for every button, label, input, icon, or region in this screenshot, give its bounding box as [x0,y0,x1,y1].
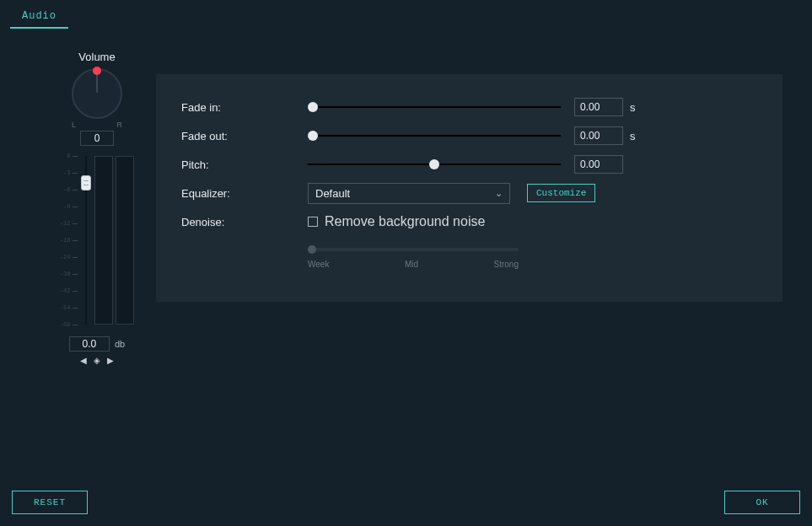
denoise-checkbox-label: Remove background noise [325,214,485,229]
fade-out-input[interactable]: 0.00 [574,126,623,145]
denoise-weak-label: Week [308,260,329,269]
chevron-down-icon: ⌄ [495,188,503,199]
pan-r-label: R [117,121,123,129]
reset-button[interactable]: RESET [12,491,88,514]
next-keyframe-icon[interactable]: ▶ [107,356,114,365]
pitch-input[interactable]: 0.00 [574,155,623,174]
pan-lr-labels: L R [72,121,122,129]
denoise-strength-slider[interactable]: Week Mid Strong [308,248,519,269]
volume-slider-thumb[interactable] [81,175,91,191]
pan-knob[interactable] [72,68,122,119]
fade-in-slider[interactable] [308,100,561,114]
pan-value-input[interactable]: 0 [80,131,114,146]
denoise-row: Denoise: Remove background noise [181,207,757,236]
fade-out-thumb[interactable] [308,131,318,141]
fade-out-label: Fade out: [181,130,308,142]
fade-in-input[interactable]: 0.00 [574,98,623,116]
denoise-checkbox[interactable] [308,217,318,227]
prev-keyframe-icon[interactable]: ◀ [80,356,87,365]
denoise-strong-label: Strong [494,260,519,269]
denoise-label: Denoise: [181,216,308,228]
equalizer-select[interactable]: Default ⌄ [308,183,510,204]
fade-in-unit: s [630,101,636,114]
pan-indicator-icon [93,67,101,75]
equalizer-label: Equalizer: [181,187,308,200]
volume-title: Volume [46,51,148,63]
volume-slider[interactable] [80,156,92,325]
volume-meter-area: 0-3-6-9-12-18-24-30-42-54-60 [58,156,136,333]
denoise-level-labels: Week Mid Strong [308,260,519,269]
equalizer-selected: Default [315,187,350,200]
keyframe-nav: ◀ ◈ ▶ [46,356,148,365]
denoise-track [308,248,519,251]
equalizer-row: Equalizer: Default ⌄ Customize [181,179,757,207]
level-meter-right [116,156,134,325]
db-readout-row: 0.0 db [46,336,148,352]
pan-l-label: L [72,121,76,129]
fade-in-row: Fade in: 0.00 s [181,93,757,121]
customize-button[interactable]: Customize [527,184,595,202]
tab-audio[interactable]: Audio [10,7,68,29]
fade-in-thumb[interactable] [308,102,318,112]
fade-out-unit: s [630,130,636,142]
fade-in-track [308,106,561,108]
pitch-thumb[interactable] [429,159,439,169]
pan-needle [97,72,98,93]
pitch-row: Pitch: 0.00 [181,150,757,179]
pitch-label: Pitch: [181,158,308,171]
fade-out-row: Fade out: 0.00 s [181,121,757,150]
denoise-checkbox-group[interactable]: Remove background noise [308,214,485,229]
settings-panel: Fade in: 0.00 s Fade out: 0.00 s Pitch: [156,74,782,302]
denoise-mid-label: Mid [405,260,418,269]
tab-bar: Audio [0,0,812,29]
fade-in-label: Fade in: [181,101,308,114]
db-value-input[interactable]: 0.0 [69,336,110,352]
denoise-thumb[interactable] [308,245,316,254]
fade-out-track [308,135,561,137]
footer: RESET OK [12,491,800,514]
fade-out-slider[interactable] [308,129,561,142]
pitch-slider[interactable] [308,158,561,171]
add-keyframe-icon[interactable]: ◈ [94,356,100,365]
level-meter-left [94,156,113,325]
ok-button[interactable]: OK [724,491,800,514]
volume-section: Volume L R 0 0-3-6-9-12-18-24-30-42-54-6… [46,51,148,365]
db-scale: 0-3-6-9-12-18-24-30-42-54-60 [61,156,78,325]
db-unit-label: db [115,339,125,349]
